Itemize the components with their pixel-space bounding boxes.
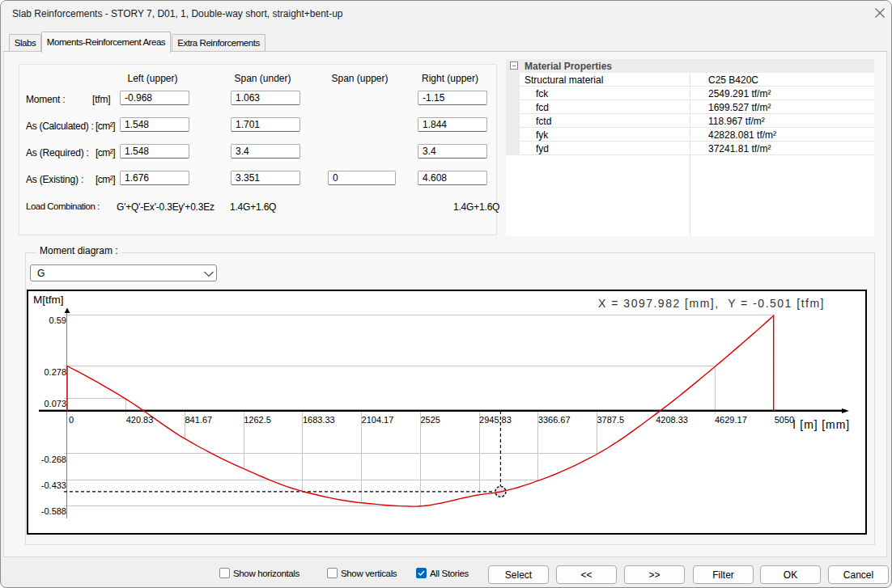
svg-text:l [m] [mm]: l [m] [mm] xyxy=(793,418,850,431)
svg-text:M[tfm]: M[tfm] xyxy=(33,294,64,306)
svg-text:1262.5: 1262.5 xyxy=(244,415,271,425)
svg-text:0.278: 0.278 xyxy=(44,367,66,377)
svg-text:0: 0 xyxy=(69,415,74,425)
svg-text:4208.33: 4208.33 xyxy=(656,415,688,425)
svg-text:3787.5: 3787.5 xyxy=(597,415,625,425)
svg-text:3366.67: 3366.67 xyxy=(538,415,571,425)
svg-text:2525: 2525 xyxy=(420,415,440,425)
svg-text:4629.17: 4629.17 xyxy=(715,415,747,425)
svg-text:-0.588: -0.588 xyxy=(41,506,66,516)
svg-text:2104.17: 2104.17 xyxy=(362,415,394,425)
svg-text:420.83: 420.83 xyxy=(126,415,154,425)
svg-text:X = 3097.982 [mm], Y = -0.501: X = 3097.982 [mm], Y = -0.501 [tfm] xyxy=(598,297,825,310)
svg-text:-0.433: -0.433 xyxy=(41,480,66,490)
svg-text:2945.83: 2945.83 xyxy=(479,415,512,425)
svg-text:5050: 5050 xyxy=(775,415,794,425)
svg-text:0.073: 0.073 xyxy=(44,399,66,408)
svg-text:0.59: 0.59 xyxy=(49,315,66,325)
svg-text:841.67: 841.67 xyxy=(185,415,213,425)
svg-text:1683.33: 1683.33 xyxy=(303,415,335,425)
svg-text:-0.268: -0.268 xyxy=(41,455,66,464)
